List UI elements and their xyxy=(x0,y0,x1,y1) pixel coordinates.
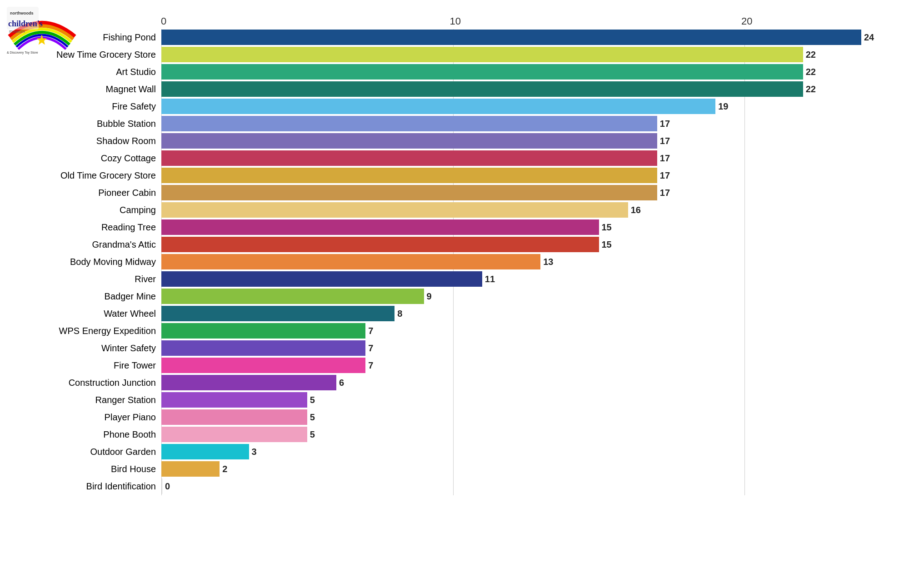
bar-value: 7 xyxy=(368,343,373,354)
bar-label: Outdoor Garden xyxy=(9,447,161,457)
bar-row: Ranger Station5 xyxy=(9,392,882,408)
bar-row: Reading Tree15 xyxy=(9,219,882,235)
bar-track: 17 xyxy=(161,185,882,200)
axis-row: 01020 xyxy=(164,14,882,27)
bar-row: Fire Safety19 xyxy=(9,98,882,115)
bar-track: 15 xyxy=(161,237,882,252)
bar-value: 15 xyxy=(602,239,612,250)
bar xyxy=(161,168,657,183)
bar-label: Grandma's Attic xyxy=(9,239,161,250)
bar-label: Pioneer Cabin xyxy=(9,188,161,198)
bar xyxy=(161,64,803,80)
bar-value: 17 xyxy=(660,153,670,164)
bar xyxy=(161,47,803,62)
bar-label: Art Studio xyxy=(9,67,161,77)
bar-row: Phone Booth5 xyxy=(9,426,882,443)
bar-label: Camping xyxy=(9,205,161,215)
bar-value: 16 xyxy=(631,205,641,215)
bar xyxy=(161,271,482,287)
bar-value: 13 xyxy=(543,257,553,267)
bar-row: Art Studio22 xyxy=(9,64,882,80)
bar-row: Water Wheel8 xyxy=(9,305,882,322)
bar-track: 17 xyxy=(161,133,882,149)
axis-label: 10 xyxy=(450,15,460,27)
bar-track: 22 xyxy=(161,81,882,97)
bar-track: 17 xyxy=(161,168,882,183)
bar xyxy=(161,392,307,408)
bar-row: Player Piano5 xyxy=(9,409,882,425)
bar-row: Grandma's Attic15 xyxy=(9,236,882,253)
bar xyxy=(161,185,657,200)
bar-track: 22 xyxy=(161,64,882,80)
bar-track: 5 xyxy=(161,427,882,442)
bar-label: WPS Energy Expedition xyxy=(9,326,161,336)
bar xyxy=(161,133,657,149)
bar-track: 17 xyxy=(161,116,882,131)
bar xyxy=(161,30,861,45)
bar-row: Camping16 xyxy=(9,202,882,218)
bar xyxy=(161,478,162,494)
bar-row: New Time Grocery Store22 xyxy=(9,46,882,63)
bar xyxy=(161,237,599,252)
bar-row: Cozy Cottage17 xyxy=(9,150,882,166)
bar-track: 7 xyxy=(161,340,882,356)
bar-track: 7 xyxy=(161,358,882,373)
bar xyxy=(161,444,249,459)
bar-row: Badger Mine9 xyxy=(9,288,882,304)
bar-label: Cozy Cottage xyxy=(9,153,161,164)
bar-label: Bird House xyxy=(9,464,161,474)
bar-label: Bubble Station xyxy=(9,119,161,129)
bar-label: Reading Tree xyxy=(9,222,161,233)
bar-label: Player Piano xyxy=(9,412,161,423)
bar xyxy=(161,81,803,97)
bar-track: 3 xyxy=(161,444,882,459)
bar xyxy=(161,99,715,114)
bar-value: 19 xyxy=(718,101,728,112)
bar-value: 7 xyxy=(368,326,373,336)
bar-row: Bubble Station17 xyxy=(9,115,882,132)
bar-value: 3 xyxy=(252,447,257,457)
bar-label: Water Wheel xyxy=(9,309,161,319)
bar-track: 13 xyxy=(161,254,882,269)
bar-row: Winter Safety7 xyxy=(9,340,882,356)
bar-track: 5 xyxy=(161,409,882,425)
bar-track: 24 xyxy=(161,30,882,45)
bar-label: River xyxy=(9,274,161,284)
bar-label: Old Time Grocery Store xyxy=(9,170,161,181)
bar-label: New Time Grocery Store xyxy=(9,50,161,60)
bar-row: Fire Tower7 xyxy=(9,357,882,374)
bar-label: Bird Identification xyxy=(9,481,161,492)
bar-row: Old Time Grocery Store17 xyxy=(9,167,882,184)
bar-track: 2 xyxy=(161,461,882,477)
bar-track: 9 xyxy=(161,289,882,304)
bar-value: 2 xyxy=(222,464,227,474)
bar-row: Pioneer Cabin17 xyxy=(9,184,882,201)
bar-value: 22 xyxy=(806,67,816,77)
bar-track: 15 xyxy=(161,219,882,235)
bar-track: 19 xyxy=(161,99,882,114)
bar-track: 16 xyxy=(161,202,882,218)
bar xyxy=(161,323,365,339)
bar-value: 0 xyxy=(165,481,170,492)
bar-row: Fishing Pond24 xyxy=(9,29,882,45)
bars-area: Fishing Pond24New Time Grocery Store22Ar… xyxy=(9,29,882,495)
bar-track: 11 xyxy=(161,271,882,287)
bar xyxy=(161,219,599,235)
bar-value: 6 xyxy=(339,378,344,388)
bar-row: Magnet Wall22 xyxy=(9,81,882,97)
bar-value: 24 xyxy=(864,32,874,43)
bar xyxy=(161,202,628,218)
bar-label: Fishing Pond xyxy=(9,32,161,43)
bar-label: Construction Junction xyxy=(9,378,161,388)
bar xyxy=(161,340,365,356)
axis-label: 0 xyxy=(161,15,166,27)
bar xyxy=(161,306,395,321)
bar-value: 17 xyxy=(660,170,670,181)
bar-value: 17 xyxy=(660,188,670,198)
bar-label: Phone Booth xyxy=(9,429,161,440)
bar xyxy=(161,358,365,373)
bar xyxy=(161,461,220,477)
bar-row: Body Moving Midway13 xyxy=(9,254,882,270)
bar xyxy=(161,289,424,304)
bar-row: River11 xyxy=(9,271,882,287)
